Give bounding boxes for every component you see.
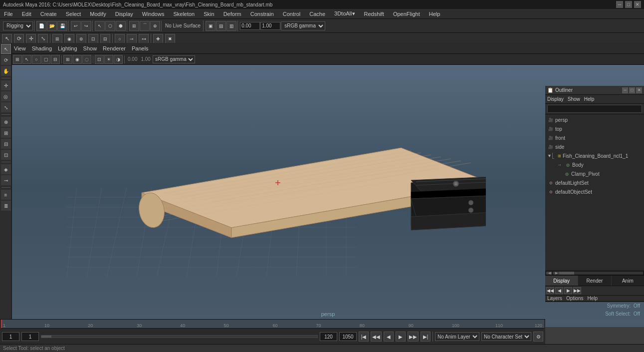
vp-menu-lighting[interactable]: Lighting bbox=[58, 45, 77, 51]
vp-object-btn[interactable]: ○ bbox=[32, 55, 41, 64]
menu-file[interactable]: File bbox=[2, 11, 15, 17]
vp-wire-btn[interactable]: ⊞ bbox=[63, 55, 72, 64]
scale-icon-btn[interactable]: ⤡ bbox=[1, 102, 11, 112]
play-btn[interactable]: ▶ bbox=[396, 332, 406, 342]
undo-button[interactable]: ↩ bbox=[71, 21, 81, 31]
scroll-right-btn[interactable]: ▶ bbox=[553, 272, 559, 275]
menu-edit[interactable]: Edit bbox=[20, 11, 33, 17]
outliner-content[interactable]: 🎥 persp 🎥 top 🎥 front 🎥 side bbox=[545, 114, 644, 271]
dolly-tool-btn[interactable]: ✋ bbox=[1, 66, 11, 76]
lattice-btn[interactable]: ⊡ bbox=[88, 34, 98, 44]
close-button[interactable]: ✕ bbox=[634, 1, 641, 8]
out-item-side[interactable]: 🎥 side bbox=[545, 142, 644, 151]
ik-btn[interactable]: ⊸ bbox=[127, 34, 137, 44]
vp-xray-btn[interactable]: ◌ bbox=[82, 55, 91, 64]
display-mode-btn3[interactable]: ▥ bbox=[226, 21, 236, 31]
end-frame2-input[interactable] bbox=[339, 332, 357, 341]
save-file-button[interactable]: 💾 bbox=[57, 21, 67, 31]
wrap-btn[interactable]: ⊟ bbox=[100, 34, 110, 44]
out-menu-display[interactable]: Display bbox=[547, 96, 564, 102]
transform-btn[interactable]: ⊞ bbox=[52, 34, 62, 44]
scroll-left-btn[interactable]: ◀ bbox=[546, 272, 552, 275]
vp-camera-btn[interactable]: ⊞ bbox=[13, 55, 22, 64]
select-tool-icon-btn[interactable]: ↖ bbox=[1, 44, 11, 54]
expand-icon-body[interactable]: → bbox=[557, 162, 562, 167]
menu-help[interactable]: Help bbox=[427, 11, 442, 17]
rotate-icon-btn[interactable]: ◎ bbox=[1, 91, 11, 101]
gamma-val1-input[interactable] bbox=[240, 22, 260, 30]
menu-display[interactable]: Display bbox=[113, 11, 135, 17]
disp-sub-layers[interactable]: Layers bbox=[547, 296, 562, 301]
menu-modify[interactable]: Modify bbox=[88, 11, 108, 17]
chan-nav-prev-prev[interactable]: ◀◀ bbox=[546, 287, 554, 294]
frame-input2[interactable] bbox=[21, 332, 39, 341]
paint-select-btn[interactable]: ◈ bbox=[1, 164, 11, 174]
paint-button[interactable]: ⬢ bbox=[116, 21, 126, 31]
vertex-icon-btn[interactable]: ⊞ bbox=[1, 128, 11, 138]
chan-nav-next-next[interactable]: ▶▶ bbox=[573, 287, 581, 294]
out-item-clamp[interactable]: ◎ Clamp_Pivot bbox=[545, 169, 644, 178]
tab-display[interactable]: Display bbox=[545, 276, 578, 286]
softmod-btn[interactable]: ◉ bbox=[64, 34, 74, 44]
end-frame-input[interactable] bbox=[320, 332, 337, 341]
snap-point[interactable]: ⊕ bbox=[150, 21, 160, 31]
out-item-lightset[interactable]: ⊙ defaultLightSet bbox=[545, 178, 644, 187]
vp-smooth-btn[interactable]: ◉ bbox=[73, 55, 82, 64]
go-end-btn[interactable]: ▶| bbox=[421, 332, 430, 342]
vp-grid-btn[interactable]: ⊡ bbox=[95, 55, 104, 64]
display-mode-btn1[interactable]: ▣ bbox=[206, 21, 215, 31]
outliner-min-btn[interactable]: ─ bbox=[622, 87, 628, 93]
mini-timeline[interactable] bbox=[41, 335, 318, 338]
snap-curve[interactable]: ⌒ bbox=[140, 21, 150, 31]
out-item-persp[interactable]: 🎥 persp bbox=[545, 115, 644, 124]
lasso-button[interactable]: ⬡ bbox=[105, 21, 115, 31]
timeline-ruler[interactable]: 1 10 20 30 40 50 60 70 80 90 100 110 120 bbox=[1, 320, 544, 329]
menu-select[interactable]: Select bbox=[64, 11, 83, 17]
current-frame-input[interactable] bbox=[2, 332, 19, 341]
vp-face-btn[interactable]: ▢ bbox=[41, 55, 50, 64]
go-start-btn[interactable]: |◀ bbox=[359, 332, 369, 342]
horizontal-scroll-track[interactable] bbox=[559, 272, 643, 275]
vp-color-space-select[interactable]: sRGB gamma bbox=[153, 55, 195, 63]
outliner-max-btn[interactable]: □ bbox=[629, 87, 635, 93]
move-icon-btn[interactable]: ✛ bbox=[1, 80, 11, 90]
vp-menu-renderer[interactable]: Renderer bbox=[103, 45, 126, 51]
face-icon-btn[interactable]: ⊡ bbox=[1, 150, 11, 160]
vp-shadow-btn[interactable]: ◑ bbox=[114, 55, 123, 64]
scale-btn[interactable]: ⤡ bbox=[38, 34, 48, 44]
snap-grid[interactable]: ⊞ bbox=[129, 21, 139, 31]
gamma-val2-input[interactable] bbox=[260, 22, 280, 30]
select-arrow-btn[interactable]: ↖ bbox=[2, 34, 12, 44]
next-frame-btn[interactable]: ▶▶ bbox=[408, 332, 419, 342]
display-mode-btn2[interactable]: ▤ bbox=[216, 21, 226, 31]
menu-redshift[interactable]: Redshift bbox=[362, 11, 386, 17]
move-btn[interactable]: ✛ bbox=[26, 34, 36, 44]
out-item-front[interactable]: 🎥 front bbox=[545, 133, 644, 142]
out-menu-show[interactable]: Show bbox=[568, 96, 580, 102]
cross-btn[interactable]: ✖ bbox=[165, 34, 175, 44]
anim-settings-btn[interactable]: ⚙ bbox=[533, 332, 543, 342]
char-set-select[interactable]: No Character Set bbox=[481, 332, 531, 341]
workspace-select[interactable]: Rigging bbox=[3, 21, 33, 30]
out-item-body[interactable]: → ◎ Body bbox=[545, 160, 644, 169]
track-tool-btn[interactable]: ⟳ bbox=[1, 55, 11, 65]
joint-btn[interactable]: ○ bbox=[115, 34, 125, 44]
select-tool-button[interactable]: ↖ bbox=[95, 21, 105, 31]
maximize-button[interactable]: □ bbox=[625, 1, 632, 8]
prev-key-btn[interactable]: ◀◀ bbox=[371, 332, 382, 342]
menu-openflight[interactable]: OpenFlight bbox=[391, 11, 422, 17]
open-file-button[interactable]: 📂 bbox=[47, 21, 57, 31]
disp-sub-options[interactable]: Options bbox=[566, 296, 583, 301]
plus-btn[interactable]: ✚ bbox=[153, 34, 163, 44]
menu-deform[interactable]: Deform bbox=[221, 11, 243, 17]
redo-button[interactable]: ↪ bbox=[81, 21, 91, 31]
vp-menu-panels[interactable]: Panels bbox=[132, 45, 149, 51]
disp-sub-help[interactable]: Help bbox=[587, 296, 598, 301]
menu-3dtoll[interactable]: 3DtoAll▾ bbox=[332, 10, 357, 17]
menu-cache[interactable]: Cache bbox=[307, 11, 327, 17]
expand-icon-fish-group[interactable]: ▼ bbox=[547, 153, 552, 158]
skin-btn[interactable]: ⊶ bbox=[139, 34, 149, 44]
vp-menu-view[interactable]: View bbox=[14, 45, 26, 51]
horizontal-scroll-thumb[interactable] bbox=[559, 272, 574, 275]
sculpt-btn[interactable]: ⊸ bbox=[1, 175, 11, 185]
